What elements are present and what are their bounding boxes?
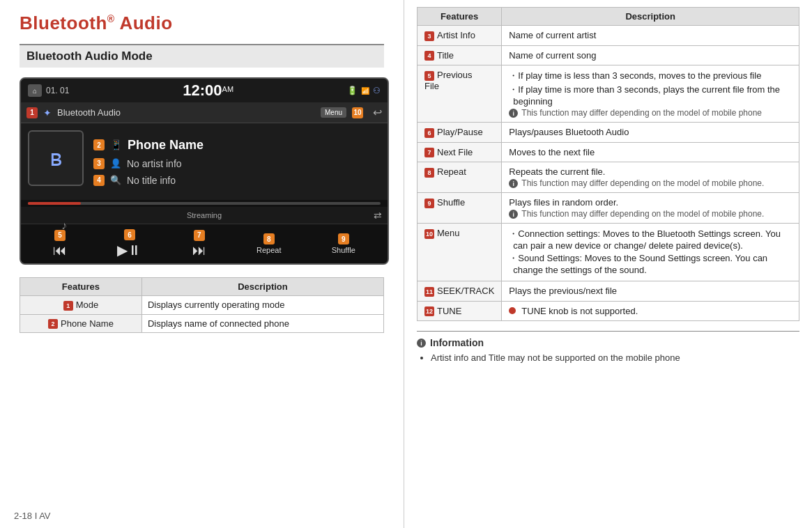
feature-cell: 11SEEK/TRACK (418, 281, 502, 302)
table-row: 2Phone NameDisplays name of connected ph… (20, 314, 384, 333)
bt-logo-box: ʙ (28, 130, 84, 186)
screen-content: ʙ ♪ 2 📱 Phone Name 3 👤 No artist info (21, 123, 388, 200)
prev-control[interactable]: 5 ⏮ (53, 230, 67, 258)
screen-time-suffix: AM (222, 85, 234, 93)
progress-bar-bg (28, 202, 381, 205)
screen-status-left: ⌂ 01. 01 (28, 84, 69, 97)
desc-cell: Name of current song (502, 45, 799, 65)
track-info: 2 📱 Phone Name 3 👤 No artist info 4 🔍 No… (93, 130, 204, 193)
left-column: Bluetooth® Audio Bluetooth Audio Mode ⌂ … (0, 0, 404, 528)
feature-cell: 4Title (418, 45, 502, 65)
tune-note: TUNE knob is not supported. (509, 306, 792, 316)
feature-cell: 10Menu (418, 224, 502, 281)
page-title: Bluetooth® Audio (20, 13, 384, 34)
feature-cell: 5PreviousFile (418, 65, 502, 123)
desc-text: Plays/pauses Bluetooth Audio (509, 127, 629, 137)
desc-text: Name of current artist (509, 30, 596, 40)
repeat-control[interactable]: 8 Repeat (256, 233, 281, 254)
bluetooth-logo-icon: ʙ (49, 145, 63, 171)
info-list: Artist info and Title may not be support… (431, 352, 799, 363)
back-button[interactable]: ↩ (373, 106, 382, 119)
title-text: Bluetooth (20, 13, 107, 33)
feature-cell: 8Repeat (418, 162, 502, 193)
table-row: 3Artist InfoName of current artist (418, 26, 799, 46)
info-note-icon: i (509, 210, 518, 219)
section-title: Bluetooth Audio Mode (20, 44, 384, 68)
left-feature-table: Features Description 1ModeDisplays curre… (20, 277, 384, 333)
info-icon: i (417, 339, 426, 348)
bt-logo-wrapper: ʙ ♪ (28, 130, 84, 193)
left-table-col2: Description (141, 278, 383, 296)
home-icon: ⌂ (28, 84, 42, 97)
bullet-item: Connection settings: Moves to the Blueto… (509, 228, 792, 251)
desc-cell: Displays name of connected phone (141, 314, 383, 333)
bluetooth-icon: ✦ (43, 107, 52, 118)
shuffle-control[interactable]: 9 Shuffle (332, 233, 355, 254)
playpause-control[interactable]: 6 ▶⏸ (117, 229, 141, 258)
shuffle-badge-row: 9 (338, 233, 349, 244)
desc-text: Name of current song (509, 50, 596, 61)
title-badge: 4 (93, 175, 105, 186)
feature-cell: 12TUNE (418, 301, 502, 321)
feature-cell: 1Mode (20, 296, 142, 315)
right-feature-table: Features Description 3Artist InfoName of… (417, 7, 799, 321)
page: Bluetooth® Audio Bluetooth Audio Mode ⌂ … (0, 0, 812, 528)
screen-header: 1 ✦ Bluetooth Audio Menu 10 ↩ (21, 102, 388, 123)
title-icon: 🔍 (110, 175, 121, 185)
feature-cell: 2Phone Name (20, 314, 142, 333)
desc-cell: Moves to the next file (502, 142, 799, 162)
header-badge: 1 (26, 107, 38, 118)
shuffle-label: Shuffle (332, 246, 355, 254)
title-suffix: Audio (115, 13, 173, 33)
desc-cell: Plays files in random order.iThis functi… (502, 193, 799, 224)
screen-date: 01. 01 (46, 86, 69, 95)
progress-bar-fill (28, 202, 81, 205)
desc-cell: Plays/pauses Bluetooth Audio (502, 123, 799, 143)
artist-info-text: No artist info (127, 158, 182, 169)
title-sup: ® (107, 13, 115, 24)
next-badge-row: 7 (194, 230, 205, 241)
bullet-item: If play time is less than 3 seconds, mov… (509, 70, 792, 82)
bluetooth-status-icon: ⚇ (373, 86, 381, 95)
right-table-col1: Features (418, 8, 502, 26)
shuffle-icon: ⇄ (374, 210, 382, 221)
phone-icon: 📱 (110, 139, 122, 150)
desc-text: Moves to the next file (509, 147, 595, 157)
phone-name-row: 2 📱 Phone Name (93, 138, 204, 153)
menu-badge: 10 (352, 107, 363, 118)
screen-time: 12:00 (183, 81, 222, 99)
info-note-text: This function may differ depending on th… (521, 108, 762, 118)
feature-cell: 6Play/Pause (418, 123, 502, 143)
feature-cell: 9Shuffle (418, 193, 502, 224)
phone-name-text: Phone Name (128, 138, 204, 153)
feature-cell: 7Next File (418, 142, 502, 162)
info-note-icon: i (509, 179, 518, 188)
desc-text: Repeats the current file. (509, 166, 605, 177)
table-row: 8RepeatRepeats the current file.iThis fu… (418, 162, 799, 193)
desc-text: Plays the previous/next file (509, 286, 617, 296)
desc-cell: If play time is less than 3 seconds, mov… (502, 65, 799, 123)
table-row: 11SEEK/TRACKPlays the previous/next file (418, 281, 799, 302)
title-row: 4 🔍 No title info (93, 175, 204, 186)
next-control[interactable]: 7 ⏭ (192, 230, 206, 258)
bullet-item: Sound Settings: Moves to the Sound Setti… (509, 252, 792, 275)
table-row: 10MenuConnection settings: Moves to the … (418, 224, 799, 281)
repeat-badge: 8 (263, 233, 275, 244)
screen-status-bar: ⌂ 01. 01 12:00AM 🔋 📶 ⚇ (21, 79, 388, 102)
repeat-label: Repeat (256, 246, 281, 254)
info-note-text: This function may differ depending on th… (521, 209, 764, 219)
next-icon: ⏭ (192, 242, 206, 258)
table-row: 4TitleName of current song (418, 45, 799, 65)
screen-controls: 5 ⏮ 6 ▶⏸ 7 ⏭ 8 (21, 224, 388, 263)
info-title-text: Information (430, 337, 484, 348)
artist-row: 3 👤 No artist info (93, 158, 204, 169)
screen-status-icons: 🔋 📶 ⚇ (347, 86, 381, 95)
streaming-label: Streaming (145, 211, 263, 219)
menu-button[interactable]: Menu (321, 107, 346, 118)
desc-cell: Displays currently operating mode (141, 296, 383, 315)
info-note: iThis function may differ depending on t… (509, 108, 792, 118)
left-table-col1: Features (20, 278, 142, 296)
title-info-text: No title info (127, 175, 176, 186)
playpause-badge: 6 (124, 229, 135, 240)
table-row: 1ModeDisplays currently operating mode (20, 296, 384, 315)
